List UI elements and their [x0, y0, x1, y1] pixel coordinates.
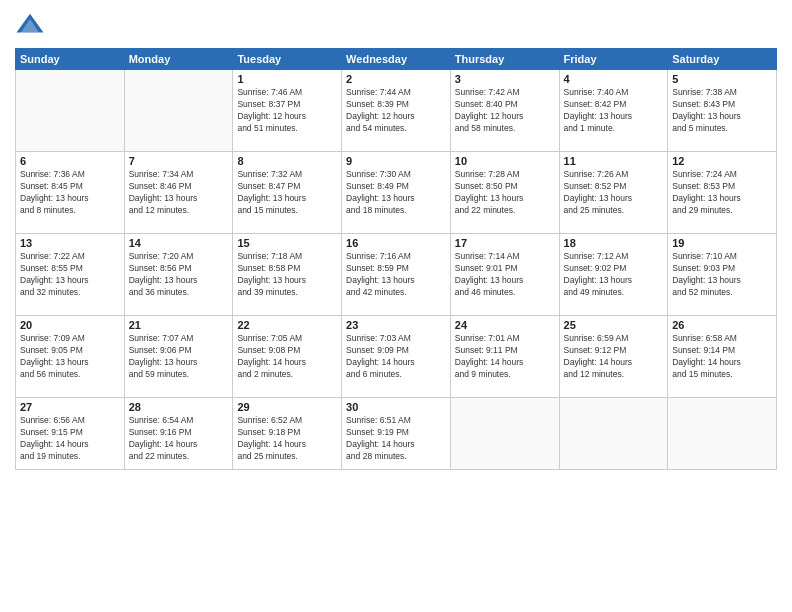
- header: [15, 10, 777, 40]
- calendar-cell: 27Sunrise: 6:56 AM Sunset: 9:15 PM Dayli…: [16, 398, 125, 470]
- day-info: Sunrise: 7:32 AM Sunset: 8:47 PM Dayligh…: [237, 169, 337, 217]
- day-number: 2: [346, 73, 446, 85]
- calendar-cell: 30Sunrise: 6:51 AM Sunset: 9:19 PM Dayli…: [342, 398, 451, 470]
- day-info: Sunrise: 6:54 AM Sunset: 9:16 PM Dayligh…: [129, 415, 229, 463]
- calendar-cell: 17Sunrise: 7:14 AM Sunset: 9:01 PM Dayli…: [450, 234, 559, 316]
- weekday-header: Thursday: [450, 49, 559, 70]
- day-number: 10: [455, 155, 555, 167]
- day-info: Sunrise: 7:46 AM Sunset: 8:37 PM Dayligh…: [237, 87, 337, 135]
- day-info: Sunrise: 7:26 AM Sunset: 8:52 PM Dayligh…: [564, 169, 664, 217]
- day-info: Sunrise: 6:59 AM Sunset: 9:12 PM Dayligh…: [564, 333, 664, 381]
- calendar-cell: [450, 398, 559, 470]
- day-info: Sunrise: 7:28 AM Sunset: 8:50 PM Dayligh…: [455, 169, 555, 217]
- calendar-cell: 18Sunrise: 7:12 AM Sunset: 9:02 PM Dayli…: [559, 234, 668, 316]
- day-number: 30: [346, 401, 446, 413]
- day-info: Sunrise: 7:18 AM Sunset: 8:58 PM Dayligh…: [237, 251, 337, 299]
- calendar-cell: 1Sunrise: 7:46 AM Sunset: 8:37 PM Daylig…: [233, 70, 342, 152]
- day-number: 27: [20, 401, 120, 413]
- calendar-cell: 14Sunrise: 7:20 AM Sunset: 8:56 PM Dayli…: [124, 234, 233, 316]
- day-info: Sunrise: 7:42 AM Sunset: 8:40 PM Dayligh…: [455, 87, 555, 135]
- calendar: SundayMondayTuesdayWednesdayThursdayFrid…: [15, 48, 777, 470]
- calendar-cell: 4Sunrise: 7:40 AM Sunset: 8:42 PM Daylig…: [559, 70, 668, 152]
- day-number: 3: [455, 73, 555, 85]
- day-info: Sunrise: 7:03 AM Sunset: 9:09 PM Dayligh…: [346, 333, 446, 381]
- calendar-cell: 3Sunrise: 7:42 AM Sunset: 8:40 PM Daylig…: [450, 70, 559, 152]
- day-info: Sunrise: 7:16 AM Sunset: 8:59 PM Dayligh…: [346, 251, 446, 299]
- calendar-cell: [124, 70, 233, 152]
- calendar-cell: 11Sunrise: 7:26 AM Sunset: 8:52 PM Dayli…: [559, 152, 668, 234]
- day-number: 26: [672, 319, 772, 331]
- calendar-cell: 25Sunrise: 6:59 AM Sunset: 9:12 PM Dayli…: [559, 316, 668, 398]
- day-number: 23: [346, 319, 446, 331]
- calendar-cell: [559, 398, 668, 470]
- calendar-week-row: 20Sunrise: 7:09 AM Sunset: 9:05 PM Dayli…: [16, 316, 777, 398]
- day-number: 29: [237, 401, 337, 413]
- calendar-cell: 21Sunrise: 7:07 AM Sunset: 9:06 PM Dayli…: [124, 316, 233, 398]
- day-number: 12: [672, 155, 772, 167]
- day-number: 16: [346, 237, 446, 249]
- day-number: 14: [129, 237, 229, 249]
- day-number: 17: [455, 237, 555, 249]
- day-number: 7: [129, 155, 229, 167]
- calendar-cell: 19Sunrise: 7:10 AM Sunset: 9:03 PM Dayli…: [668, 234, 777, 316]
- day-info: Sunrise: 7:07 AM Sunset: 9:06 PM Dayligh…: [129, 333, 229, 381]
- page: SundayMondayTuesdayWednesdayThursdayFrid…: [0, 0, 792, 612]
- calendar-cell: 20Sunrise: 7:09 AM Sunset: 9:05 PM Dayli…: [16, 316, 125, 398]
- day-number: 21: [129, 319, 229, 331]
- weekday-header: Wednesday: [342, 49, 451, 70]
- day-number: 19: [672, 237, 772, 249]
- calendar-cell: 13Sunrise: 7:22 AM Sunset: 8:55 PM Dayli…: [16, 234, 125, 316]
- day-info: Sunrise: 6:56 AM Sunset: 9:15 PM Dayligh…: [20, 415, 120, 463]
- day-info: Sunrise: 7:01 AM Sunset: 9:11 PM Dayligh…: [455, 333, 555, 381]
- day-info: Sunrise: 7:24 AM Sunset: 8:53 PM Dayligh…: [672, 169, 772, 217]
- logo-icon: [15, 10, 45, 40]
- day-info: Sunrise: 7:10 AM Sunset: 9:03 PM Dayligh…: [672, 251, 772, 299]
- day-number: 20: [20, 319, 120, 331]
- calendar-cell: 12Sunrise: 7:24 AM Sunset: 8:53 PM Dayli…: [668, 152, 777, 234]
- calendar-cell: 29Sunrise: 6:52 AM Sunset: 9:18 PM Dayli…: [233, 398, 342, 470]
- day-info: Sunrise: 6:51 AM Sunset: 9:19 PM Dayligh…: [346, 415, 446, 463]
- weekday-header-row: SundayMondayTuesdayWednesdayThursdayFrid…: [16, 49, 777, 70]
- day-number: 9: [346, 155, 446, 167]
- calendar-cell: [16, 70, 125, 152]
- day-info: Sunrise: 7:05 AM Sunset: 9:08 PM Dayligh…: [237, 333, 337, 381]
- day-info: Sunrise: 7:40 AM Sunset: 8:42 PM Dayligh…: [564, 87, 664, 135]
- day-number: 8: [237, 155, 337, 167]
- calendar-cell: 24Sunrise: 7:01 AM Sunset: 9:11 PM Dayli…: [450, 316, 559, 398]
- calendar-cell: 9Sunrise: 7:30 AM Sunset: 8:49 PM Daylig…: [342, 152, 451, 234]
- calendar-week-row: 13Sunrise: 7:22 AM Sunset: 8:55 PM Dayli…: [16, 234, 777, 316]
- day-number: 13: [20, 237, 120, 249]
- calendar-cell: 6Sunrise: 7:36 AM Sunset: 8:45 PM Daylig…: [16, 152, 125, 234]
- calendar-cell: 26Sunrise: 6:58 AM Sunset: 9:14 PM Dayli…: [668, 316, 777, 398]
- day-number: 15: [237, 237, 337, 249]
- day-number: 25: [564, 319, 664, 331]
- logo: [15, 10, 47, 40]
- weekday-header: Saturday: [668, 49, 777, 70]
- day-info: Sunrise: 7:12 AM Sunset: 9:02 PM Dayligh…: [564, 251, 664, 299]
- day-info: Sunrise: 7:38 AM Sunset: 8:43 PM Dayligh…: [672, 87, 772, 135]
- calendar-cell: 5Sunrise: 7:38 AM Sunset: 8:43 PM Daylig…: [668, 70, 777, 152]
- day-number: 5: [672, 73, 772, 85]
- day-info: Sunrise: 7:20 AM Sunset: 8:56 PM Dayligh…: [129, 251, 229, 299]
- calendar-cell: 22Sunrise: 7:05 AM Sunset: 9:08 PM Dayli…: [233, 316, 342, 398]
- day-number: 22: [237, 319, 337, 331]
- calendar-cell: 7Sunrise: 7:34 AM Sunset: 8:46 PM Daylig…: [124, 152, 233, 234]
- weekday-header: Sunday: [16, 49, 125, 70]
- day-info: Sunrise: 7:14 AM Sunset: 9:01 PM Dayligh…: [455, 251, 555, 299]
- day-number: 1: [237, 73, 337, 85]
- day-info: Sunrise: 6:52 AM Sunset: 9:18 PM Dayligh…: [237, 415, 337, 463]
- day-info: Sunrise: 7:22 AM Sunset: 8:55 PM Dayligh…: [20, 251, 120, 299]
- day-number: 11: [564, 155, 664, 167]
- calendar-cell: [668, 398, 777, 470]
- day-info: Sunrise: 7:30 AM Sunset: 8:49 PM Dayligh…: [346, 169, 446, 217]
- calendar-cell: 23Sunrise: 7:03 AM Sunset: 9:09 PM Dayli…: [342, 316, 451, 398]
- calendar-week-row: 1Sunrise: 7:46 AM Sunset: 8:37 PM Daylig…: [16, 70, 777, 152]
- calendar-cell: 8Sunrise: 7:32 AM Sunset: 8:47 PM Daylig…: [233, 152, 342, 234]
- calendar-cell: 2Sunrise: 7:44 AM Sunset: 8:39 PM Daylig…: [342, 70, 451, 152]
- calendar-week-row: 27Sunrise: 6:56 AM Sunset: 9:15 PM Dayli…: [16, 398, 777, 470]
- calendar-week-row: 6Sunrise: 7:36 AM Sunset: 8:45 PM Daylig…: [16, 152, 777, 234]
- day-number: 4: [564, 73, 664, 85]
- calendar-cell: 10Sunrise: 7:28 AM Sunset: 8:50 PM Dayli…: [450, 152, 559, 234]
- day-info: Sunrise: 6:58 AM Sunset: 9:14 PM Dayligh…: [672, 333, 772, 381]
- calendar-cell: 28Sunrise: 6:54 AM Sunset: 9:16 PM Dayli…: [124, 398, 233, 470]
